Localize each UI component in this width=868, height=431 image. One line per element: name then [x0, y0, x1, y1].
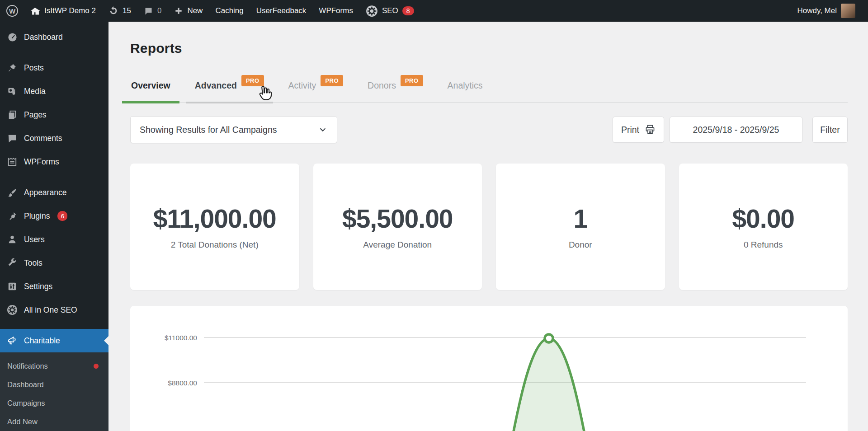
page-title: Reports [130, 41, 848, 56]
donations-chart-card: $11000.00 $8800.00 [130, 306, 848, 431]
stat-value: $5,500.00 [342, 204, 453, 234]
stat-label: 2 Total Donations (Net) [171, 240, 259, 250]
user-avatar [841, 4, 855, 18]
comments-count: 0 [157, 6, 161, 15]
settings-sliders-icon [6, 281, 18, 292]
updates-menu[interactable]: 15 [102, 0, 137, 22]
stat-label: Donor [569, 240, 592, 250]
pro-badge: PRO [321, 75, 343, 86]
stat-value: 1 [573, 204, 587, 234]
y-tick-11000: $11000.00 [165, 334, 197, 342]
campaign-select-value: Showing Results for All Campaigns [140, 125, 277, 135]
area-fill [509, 338, 589, 431]
new-menu[interactable]: New [168, 0, 209, 22]
sidebar-item-dashboard[interactable]: Dashboard [0, 25, 108, 49]
notification-dot [94, 364, 99, 369]
submenu-item-add-new[interactable]: Add New [0, 412, 108, 431]
tab-overview[interactable]: Overview [130, 80, 171, 103]
admin-bar: W IsItWP Demo 2 15 0 New Cac [0, 0, 868, 22]
sidebar-item-charitable[interactable]: Charitable [0, 329, 108, 352]
update-icon [108, 6, 118, 16]
stat-value: $11,000.00 [153, 204, 276, 234]
tab-analytics[interactable]: Analytics [447, 80, 484, 103]
megaphone-icon [6, 335, 18, 347]
sidebar-item-pages[interactable]: Pages [0, 103, 108, 126]
date-range-input[interactable]: 2025/9/18 - 2025/9/25 [670, 117, 802, 143]
donations-area-chart: $11000.00 $8800.00 [130, 306, 848, 431]
stat-card-average-donation: $5,500.00 Average Donation [313, 164, 482, 290]
caching-menu[interactable]: Caching [209, 0, 250, 22]
sidebar-item-settings[interactable]: Settings [0, 275, 108, 298]
filter-button[interactable]: Filter [812, 117, 848, 143]
paintbrush-icon [6, 187, 18, 198]
dashboard-gauge-icon [6, 31, 18, 43]
wp-logo-menu[interactable]: W [0, 0, 24, 22]
user-icon [6, 234, 18, 245]
reports-tabs: Overview Advanced PRO Activity PRO Donor… [130, 80, 848, 103]
main-content: Reports Overview Advanced PRO Activity P… [108, 0, 868, 431]
wpforms-menu[interactable]: WPForms [312, 0, 359, 22]
sidebar-item-tools[interactable]: Tools [0, 251, 108, 275]
updates-count: 15 [123, 6, 131, 15]
account-menu[interactable]: Howdy, Mel [791, 4, 862, 18]
sidebar-item-media[interactable]: Media [0, 80, 108, 103]
media-icon [6, 85, 18, 97]
pushpin-icon [6, 62, 18, 74]
wpforms-icon [6, 156, 18, 168]
y-tick-8800: $8800.00 [168, 379, 197, 387]
campaign-select[interactable]: Showing Results for All Campaigns [130, 116, 337, 143]
userfeedback-menu[interactable]: UserFeedback [250, 0, 313, 22]
sidebar-item-posts[interactable]: Posts [0, 56, 108, 80]
stat-value: $0.00 [732, 204, 794, 234]
wordpress-logo-icon: W [6, 5, 18, 17]
charitable-submenu: Notifications Dashboard Campaigns Add Ne… [0, 352, 108, 431]
howdy-text: Howdy, Mel [797, 6, 837, 15]
sidebar-item-users[interactable]: Users [0, 228, 108, 251]
tab-activity[interactable]: Activity PRO [288, 80, 344, 103]
pro-badge: PRO [401, 75, 423, 86]
peak-marker [545, 334, 553, 342]
seo-menu[interactable]: SEO 8 [359, 0, 420, 22]
sidebar-item-plugins[interactable]: Plugins 6 [0, 204, 108, 228]
pages-icon [6, 109, 18, 121]
printer-icon [645, 124, 656, 135]
home-icon [31, 6, 40, 16]
comments-menu[interactable]: 0 [137, 0, 168, 22]
stat-label: 0 Refunds [744, 240, 783, 250]
stat-card-total-donations: $11,000.00 2 Total Donations (Net) [130, 164, 299, 290]
submenu-item-notifications[interactable]: Notifications [0, 357, 108, 375]
print-button[interactable]: Print [613, 117, 664, 143]
aioseo-gear-icon [6, 304, 18, 316]
comment-icon [144, 6, 153, 16]
stats-row: $11,000.00 2 Total Donations (Net) $5,50… [130, 164, 848, 290]
site-name-menu[interactable]: IsItWP Demo 2 [24, 0, 102, 22]
submenu-item-dashboard[interactable]: Dashboard [0, 375, 108, 394]
new-label: New [187, 6, 203, 15]
admin-sidebar: Dashboard Posts Media Pages [0, 22, 108, 431]
tab-donors[interactable]: Donors PRO [367, 80, 424, 103]
tab-advanced[interactable]: Advanced PRO [194, 80, 265, 103]
plugins-update-badge: 6 [57, 211, 67, 221]
filter-row: Showing Results for All Campaigns Print … [130, 116, 848, 143]
wrench-icon [6, 257, 18, 269]
chevron-down-icon [318, 125, 328, 135]
sidebar-item-appearance[interactable]: Appearance [0, 181, 108, 204]
comments-bubble-icon [6, 132, 18, 144]
seo-label: SEO [382, 6, 398, 15]
stat-card-donors: 1 Donor [496, 164, 665, 290]
stat-card-refunds: $0.00 0 Refunds [679, 164, 848, 290]
seo-notification-badge: 8 [402, 6, 414, 15]
sidebar-item-all-in-one-seo[interactable]: All in One SEO [0, 298, 108, 322]
plus-icon [174, 6, 183, 15]
site-name: IsItWP Demo 2 [44, 6, 96, 15]
stat-label: Average Donation [363, 240, 432, 250]
plugin-icon [6, 210, 18, 222]
pro-badge: PRO [241, 75, 264, 86]
seo-gear-icon [366, 5, 378, 17]
sidebar-item-comments[interactable]: Comments [0, 126, 108, 150]
sidebar-item-wpforms[interactable]: WPForms [0, 150, 108, 173]
submenu-item-campaigns[interactable]: Campaigns [0, 394, 108, 412]
